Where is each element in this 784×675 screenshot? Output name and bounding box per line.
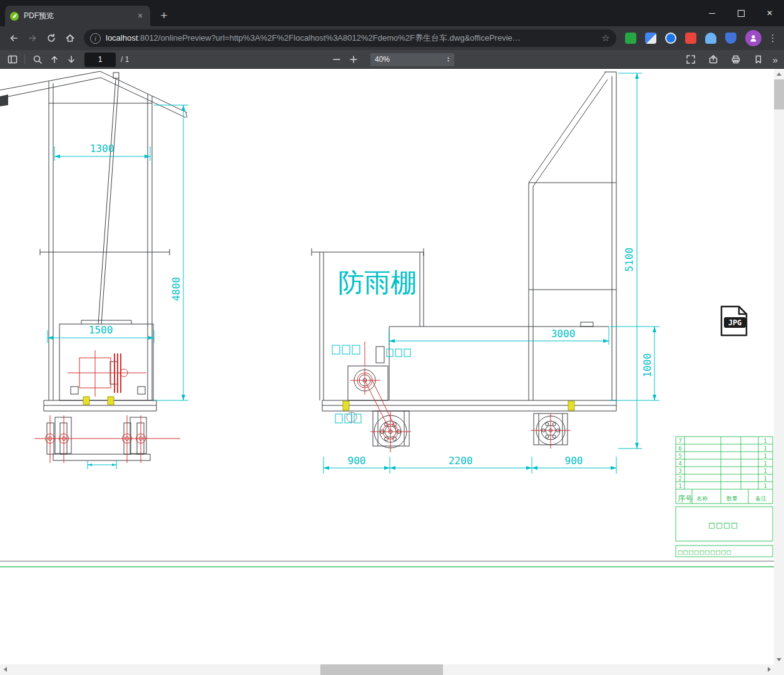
print-button[interactable] (728, 52, 745, 67)
zoom-in-button[interactable] (345, 52, 362, 67)
svg-text:3: 3 (678, 468, 681, 474)
arrow-up-icon (49, 54, 59, 64)
bookmark-icon (753, 54, 763, 64)
minus-icon (332, 54, 342, 64)
dim-side-body-width: 3000 (551, 328, 576, 340)
triangle-down-icon (776, 658, 781, 661)
svg-text:1: 1 (763, 475, 766, 482)
scroll-down-button[interactable] (774, 654, 784, 664)
svg-text:6: 6 (678, 445, 681, 452)
sidebar-toggle-button[interactable] (4, 52, 21, 67)
title-block-middle-text: □□□□ (709, 519, 739, 530)
dim-side-body-height: 1000 (641, 353, 653, 378)
scrollbar-corner (774, 664, 784, 675)
zoom-value: 40% (375, 55, 390, 64)
open-file-button[interactable] (705, 52, 722, 67)
dim-side-right: 900 (565, 455, 583, 467)
svg-text:1: 1 (763, 438, 766, 444)
search-button[interactable] (29, 52, 46, 67)
triangle-right-icon (768, 667, 771, 672)
url-text: localhost:8012/onlinePreview?url=http%3A… (106, 33, 594, 44)
zoom-controls: 40% ▲▼ (328, 50, 454, 69)
browser-titlebar: PDF预览 × + ✕ (0, 0, 784, 26)
forward-icon (28, 33, 38, 43)
extension-icon-3[interactable] (665, 33, 676, 44)
front-view-dimensions (48, 105, 188, 469)
extension-icon-5[interactable] (705, 33, 716, 44)
dim-side-left: 900 (348, 455, 366, 467)
home-button[interactable] (61, 29, 79, 47)
sidebar-toggle-icon (8, 54, 18, 64)
new-tab-button[interactable]: + (155, 7, 173, 24)
horizontal-scrollbar[interactable] (0, 664, 774, 675)
fullscreen-icon (686, 54, 696, 64)
svg-text:1: 1 (763, 445, 766, 452)
browser-navbar: i localhost:8012/onlinePreview?url=http%… (0, 26, 784, 50)
jpg-badge-label: JPG (728, 318, 742, 327)
svg-text:2: 2 (678, 475, 681, 482)
title-block-index-header: 序号 (678, 494, 693, 503)
url-host: localhost (106, 33, 138, 43)
arrow-down-icon (66, 54, 76, 64)
zoom-out-button[interactable] (328, 52, 345, 67)
close-button[interactable]: ✕ (755, 0, 784, 26)
scroll-left-button[interactable] (0, 664, 10, 674)
dim-front-height: 4800 (170, 277, 182, 302)
window-controls: ✕ (698, 0, 784, 26)
horizontal-scrollbar-thumb[interactable] (320, 664, 443, 675)
maximize-icon (738, 10, 745, 17)
page-number-input[interactable] (84, 53, 116, 67)
minimize-icon (709, 13, 715, 14)
search-icon (33, 54, 43, 64)
minimize-button[interactable] (698, 0, 726, 26)
page-info-icon[interactable]: i (90, 33, 101, 44)
scroll-right-button[interactable] (764, 664, 774, 674)
extension-icon-4[interactable] (685, 33, 696, 44)
toolbar-right-group: » (683, 52, 780, 67)
tab-title: PDF预览 (24, 11, 130, 21)
title-block-bottom-text: □□□□□□□□□□ (678, 548, 732, 556)
fullscreen-button[interactable] (683, 52, 700, 67)
back-button[interactable] (5, 29, 23, 47)
svg-text:7: 7 (678, 438, 681, 444)
select-arrows-icon: ▲▼ (447, 56, 450, 63)
toolbar-divider (24, 54, 25, 64)
vertical-scrollbar[interactable] (774, 69, 784, 664)
previous-page-button[interactable] (46, 52, 63, 67)
triangle-up-icon (776, 73, 781, 76)
scroll-up-button[interactable] (774, 69, 784, 79)
cad-drawing-page: 1300 4800 1500 (0, 69, 774, 664)
browser-menu-icon[interactable]: ⋮ (766, 33, 779, 44)
zoom-select[interactable]: 40% ▲▼ (370, 53, 454, 66)
extension-icon-1[interactable] (625, 33, 636, 44)
next-page-button[interactable] (63, 52, 79, 67)
reload-button[interactable] (43, 29, 60, 47)
person-icon (749, 34, 758, 43)
tab-close-icon[interactable]: × (135, 11, 145, 21)
side-view-centerlines (350, 342, 571, 452)
browser-tab[interactable]: PDF预览 × (5, 6, 150, 26)
maximize-button[interactable] (726, 0, 755, 26)
page-total-label: / 1 (121, 55, 129, 64)
title-block-qty-header: 数量 (726, 495, 738, 502)
open-file-icon (708, 54, 718, 64)
canopy-label: 防雨棚 (338, 267, 417, 298)
front-view-centerlines (34, 350, 180, 463)
vertical-scrollbar-thumb[interactable] (774, 79, 784, 109)
more-tools-icon[interactable]: » (773, 54, 776, 65)
svg-text:1: 1 (763, 453, 766, 459)
pdf-viewport[interactable]: 1300 4800 1500 (0, 69, 784, 675)
triangle-left-icon (4, 667, 7, 672)
address-bar[interactable]: i localhost:8012/onlinePreview?url=http%… (84, 29, 616, 47)
bookmark-button[interactable] (750, 52, 767, 67)
profile-avatar[interactable] (745, 30, 761, 46)
pdf-toolbar: / 1 40% ▲▼ » (0, 50, 784, 69)
dim-front-top-width: 1300 (90, 143, 115, 155)
dim-side-center: 2200 (449, 455, 473, 467)
extension-icon-6[interactable] (725, 33, 736, 44)
forward-button[interactable] (24, 29, 41, 47)
front-view-geometry (0, 71, 187, 460)
bookmark-star-icon[interactable]: ☆ (599, 33, 613, 44)
back-icon (9, 33, 19, 43)
extension-icon-2[interactable] (645, 33, 656, 44)
